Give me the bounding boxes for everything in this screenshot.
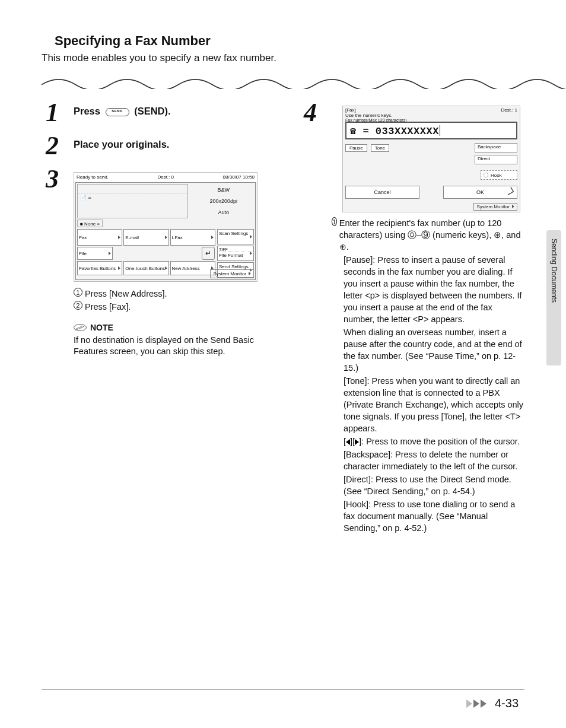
screen1-fileformat-button: TIFF File Format	[217, 246, 254, 261]
para-overseas: When dialing an overseas number, insert …	[332, 326, 524, 374]
screen1-onetouch-button: One-touch Buttons	[123, 261, 168, 275]
hook-dot-icon	[484, 173, 488, 177]
step1-pre: Press	[74, 106, 103, 116]
screen2-direct-button: Direct	[475, 155, 517, 164]
wave-divider-icon	[42, 75, 566, 89]
screen2-ok-button: OK	[443, 186, 517, 199]
screen2-hook-button: Hook	[481, 170, 517, 180]
intro-text: This mode enables you to specify a new f…	[42, 52, 524, 64]
screen1-auto: Auto	[193, 209, 254, 215]
arrow-left-icon	[346, 439, 350, 445]
step-number-1: 1	[42, 100, 63, 126]
screen2-destcount: Dest.: 1	[501, 107, 517, 113]
fax-entry-screen: [Fax] Use the numeric keys. Fax number(M…	[342, 106, 520, 212]
side-tab-text: Sending Documents	[550, 230, 558, 365]
screen1-ifax-button: I-Fax	[170, 229, 215, 246]
substep-2: Press [Fax].	[85, 301, 131, 313]
para-tone: [Tone]: Press when you want to directly …	[332, 375, 524, 434]
para-hook: [Hook]: Press to use tone dialing or to …	[332, 498, 524, 534]
screen1-file-button: File	[77, 247, 113, 260]
screen2-usekeys: Use the numeric keys.	[345, 113, 406, 118]
step-number-4: 4	[300, 100, 321, 126]
circled-1-icon: 1	[74, 288, 82, 297]
screen1-email-button: E-mail	[123, 229, 168, 246]
para-backspace: [Backspace]: Press to delete the number …	[332, 449, 524, 472]
substep-1: Press [New Address].	[85, 288, 167, 300]
para-arrows: [][]: Press to move the position of the …	[332, 435, 524, 447]
circled-2-icon: 2	[74, 301, 82, 310]
svg-line-1	[75, 329, 77, 329]
note-label: NOTE	[90, 323, 113, 332]
screen1-ready: Ready to send.	[77, 173, 109, 182]
screen1-date: 08/30/07 10:50	[223, 173, 255, 182]
screen2-cancel-button: Cancel	[345, 186, 419, 199]
screen1-newaddress-button: New Address	[170, 261, 215, 275]
screen2-backspace-button: Backspace	[475, 143, 517, 152]
footer-rule	[42, 689, 524, 690]
screen1-tab: ■ None ×	[77, 220, 103, 227]
return-arrow-icon: ↵	[202, 247, 215, 260]
screen1-system-monitor: System Monitor	[210, 269, 254, 278]
side-tab: Sending Documents	[546, 230, 561, 365]
para-direct: [Direct]: Press to use the Direct Send m…	[332, 473, 524, 497]
screen1-favorites-button: Favorites Buttons	[77, 261, 122, 275]
circled-1b-icon: 1	[332, 217, 337, 226]
screen1-dpi: 200x200dpi	[193, 198, 254, 204]
step-number-2: 2	[42, 133, 63, 159]
screen1-bw: B&W	[193, 187, 254, 193]
para-pause: [Pause]: Press to insert a pause of seve…	[332, 254, 524, 325]
step-number-3: 3	[42, 166, 63, 192]
screen2-faxlabel: [Fax]	[345, 107, 406, 113]
screen1-dest: Dest.: 0	[157, 173, 174, 182]
screen2-entry: ☎ = 033XXXXXXX	[350, 125, 439, 137]
section-heading: Specifying a Fax Number	[55, 33, 524, 49]
screen1-fax-button: Fax	[77, 229, 122, 246]
send-basic-features-screen: Ready to send. Dest.: 0 08/30/07 10:50 📄…	[74, 172, 257, 282]
step4-lead: Enter the recipient's fax number (up to …	[339, 217, 524, 253]
screen2-system-monitor: System Monitor	[473, 203, 517, 211]
screen1-scansettings-button: Scan Settings	[217, 229, 254, 244]
send-key-icon	[106, 108, 129, 116]
step2-title: Place your originals.	[74, 139, 276, 150]
note-pencil-icon	[74, 323, 87, 332]
continue-arrows-icon	[466, 700, 486, 708]
page-number: 4-33	[495, 697, 519, 710]
text-cursor-icon	[440, 125, 441, 136]
note-body: If no destination is displayed on the Se…	[74, 335, 276, 358]
step1-post: (SEND).	[134, 106, 170, 116]
screen2-pause-button: Pause	[345, 144, 367, 152]
screen2-tone-button: Tone	[371, 144, 389, 152]
doc-icon: 📄 =	[80, 195, 91, 201]
